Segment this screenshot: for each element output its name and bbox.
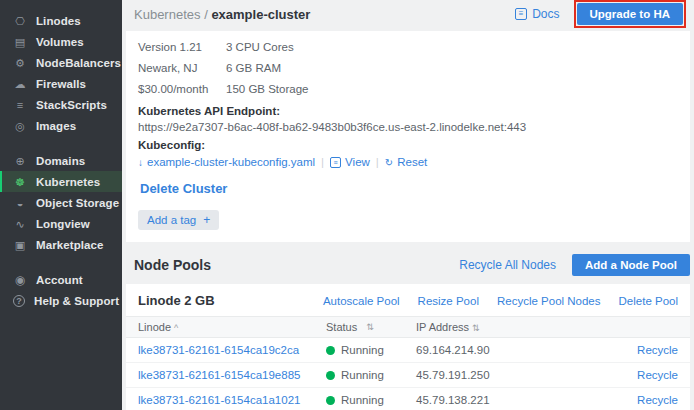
table-row: lke38731-62161-6154ca19c2ca Running 69.1… <box>126 338 690 363</box>
delete-pool-link[interactable]: Delete Pool <box>619 295 678 307</box>
autoscale-pool-link[interactable]: Autoscale Pool <box>323 295 400 307</box>
breadcrumb-section[interactable]: Kubernetes <box>134 7 201 22</box>
column-header-status[interactable]: Status⇅ <box>326 321 416 333</box>
domains-icon: ⊕ <box>13 154 27 168</box>
sidebar-item-label: Linodes <box>36 15 81 27</box>
delete-cluster-button[interactable]: Delete Cluster <box>140 181 227 196</box>
sidebar-item-label: Domains <box>36 155 85 167</box>
cluster-summary-card: Version 1.21 3 CPU Cores Newark, NJ 6 GB… <box>126 31 690 242</box>
sort-icon[interactable]: ⇅ <box>366 322 374 332</box>
breadcrumb: Kubernetes / example-cluster <box>134 7 310 22</box>
sidebar-item-nodebalancers[interactable]: ⚙ NodeBalancers <box>0 52 122 73</box>
status-label: Running <box>341 344 384 356</box>
upgrade-to-ha-button[interactable]: Upgrade to HA <box>577 3 684 25</box>
sidebar-item-label: Marketplace <box>36 239 104 251</box>
kubernetes-icon: ☸ <box>13 175 27 189</box>
firewalls-icon: ☁ <box>13 77 27 91</box>
sidebar-item-domains[interactable]: ⊕ Domains <box>0 150 122 171</box>
sidebar-item-longview[interactable]: ∿ Longview <box>0 213 122 234</box>
status-cell: Running <box>326 394 416 406</box>
sidebar-item-volumes[interactable]: ▤ Volumes <box>0 31 122 52</box>
resize-pool-link[interactable]: Resize Pool <box>418 295 479 307</box>
annotation-highlight: Upgrade to HA <box>574 0 687 28</box>
sidebar-item-firewalls[interactable]: ☁ Firewalls <box>0 73 122 94</box>
column-header-linode[interactable]: Linode^ <box>126 321 326 333</box>
column-label: Linode <box>138 321 171 333</box>
docs-link[interactable]: ≡ Docs <box>515 7 559 21</box>
sidebar-item-label: Help & Support <box>34 295 119 307</box>
status-running-icon <box>326 396 335 405</box>
sidebar-group-services: ⊕ Domains ☸ Kubernetes ◒ Object Storage … <box>0 150 122 255</box>
volumes-icon: ▤ <box>13 35 27 49</box>
sidebar-item-object-storage[interactable]: ◒ Object Storage <box>0 192 122 213</box>
sidebar-item-stackscripts[interactable]: ≡ StackScripts <box>0 94 122 115</box>
recycle-link[interactable]: Recycle <box>637 344 690 356</box>
linodes-icon: ⎔ <box>13 14 27 28</box>
spec-storage: 150 GB Storage <box>226 83 678 95</box>
column-header-ip-address[interactable]: IP Address⇅ <box>416 321 566 333</box>
sidebar-item-help-support[interactable]: ? Help & Support <box>0 290 122 311</box>
kubeconfig-view-link[interactable]: ≡ View <box>330 156 370 168</box>
pool-name: Linode 2 GB <box>138 293 215 308</box>
download-icon: ↓ <box>138 157 143 168</box>
ip-address-cell: 45.79.191.250 <box>416 369 566 381</box>
sidebar-item-marketplace[interactable]: ▣ Marketplace <box>0 234 122 255</box>
column-label: IP Address <box>416 321 469 333</box>
sidebar-item-images[interactable]: ◎ Images <box>0 115 122 136</box>
add-tag-label: Add a tag <box>147 214 196 226</box>
table-header-row: Linode^ Status⇅ IP Address⇅ <box>126 316 690 338</box>
reset-label: Reset <box>397 156 427 168</box>
sidebar-item-label: StackScripts <box>36 99 107 111</box>
recycle-pool-nodes-link[interactable]: Recycle Pool Nodes <box>497 295 601 307</box>
docs-label: Docs <box>532 7 559 21</box>
cluster-specs: Version 1.21 3 CPU Cores Newark, NJ 6 GB… <box>138 41 678 95</box>
spec-ram: 6 GB RAM <box>226 62 678 74</box>
docs-icon: ≡ <box>515 8 527 20</box>
node-pools-title: Node Pools <box>134 257 211 273</box>
status-cell: Running <box>326 344 416 356</box>
column-label: Status <box>326 321 357 333</box>
object-storage-icon: ◒ <box>13 196 27 210</box>
sidebar-item-label: Images <box>36 120 76 132</box>
view-icon: ≡ <box>330 157 341 168</box>
sidebar-item-label: Account <box>36 274 83 286</box>
api-endpoint-url: https://9e2a7307-b6ac-408f-ba62-9483b0b3… <box>138 121 678 133</box>
account-icon: ◉ <box>13 273 27 287</box>
view-label: View <box>345 156 370 168</box>
ip-address-cell: 69.164.214.90 <box>416 344 566 356</box>
status-cell: Running <box>326 369 416 381</box>
page-header: Kubernetes / example-cluster ≡ Docs Upgr… <box>122 0 694 28</box>
kubeconfig-reset-link[interactable]: ↻ Reset <box>385 156 427 168</box>
node-link[interactable]: lke38731-62161-6154ca1a1021 <box>126 394 326 406</box>
divider: | <box>376 156 379 168</box>
kubeconfig-download-link[interactable]: ↓ example-cluster-kubeconfig.yaml <box>138 156 315 168</box>
sidebar-group-compute: ⎔ Linodes ▤ Volumes ⚙ NodeBalancers ☁ Fi… <box>0 10 122 136</box>
spec-version: Version 1.21 <box>138 41 226 53</box>
main-content: Kubernetes / example-cluster ≡ Docs Upgr… <box>122 0 694 410</box>
recycle-link[interactable]: Recycle <box>637 369 690 381</box>
status-label: Running <box>341 394 384 406</box>
recycle-all-nodes-link[interactable]: Recycle All Nodes <box>459 258 556 272</box>
pool-header: Linode 2 GB Autoscale Pool Resize Pool R… <box>126 284 690 316</box>
spec-cpu: 3 CPU Cores <box>226 41 678 53</box>
marketplace-icon: ▣ <box>13 238 27 252</box>
recycle-link[interactable]: Recycle <box>637 394 690 406</box>
sidebar-item-account[interactable]: ◉ Account <box>0 269 122 290</box>
help-icon: ? <box>13 295 25 307</box>
sidebar-item-kubernetes[interactable]: ☸ Kubernetes <box>0 171 122 192</box>
add-node-pool-button[interactable]: Add a Node Pool <box>572 254 690 276</box>
nodebalancers-icon: ⚙ <box>13 56 27 70</box>
node-link[interactable]: lke38731-62161-6154ca19e885 <box>126 369 326 381</box>
node-pool-card: Linode 2 GB Autoscale Pool Resize Pool R… <box>126 284 690 410</box>
node-link[interactable]: lke38731-62161-6154ca19c2ca <box>126 344 326 356</box>
sidebar-item-label: Object Storage <box>36 197 119 209</box>
sort-icon[interactable]: ⇅ <box>472 323 480 333</box>
sidebar-item-linodes[interactable]: ⎔ Linodes <box>0 10 122 31</box>
kubeconfig-label: Kubeconfig: <box>138 139 678 151</box>
add-tag-button[interactable]: Add a tag + <box>138 210 219 230</box>
status-running-icon <box>326 346 335 355</box>
sidebar-item-label: Longview <box>36 218 90 230</box>
api-endpoint-label: Kubernetes API Endpoint: <box>138 105 678 117</box>
sort-ascending-icon[interactable]: ^ <box>174 323 178 333</box>
reset-icon: ↻ <box>385 157 393 168</box>
